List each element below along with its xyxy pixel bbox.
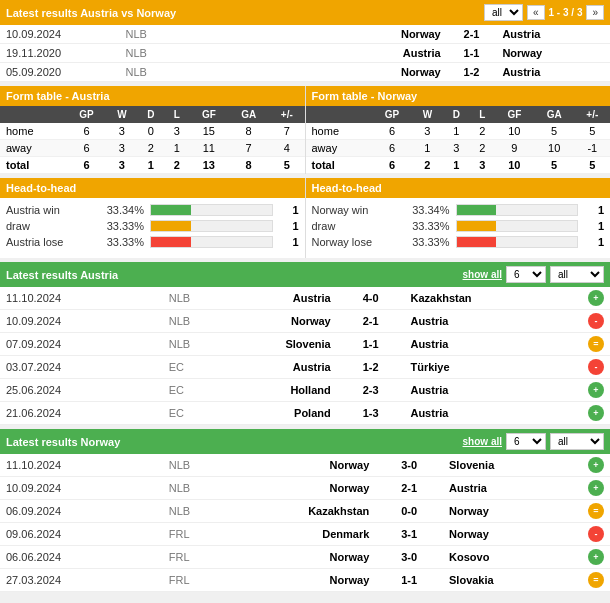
table-row: 10.09.2024 NLB Norway 2-1 Austria -	[0, 310, 610, 333]
match-date: 10.09.2024	[0, 25, 119, 44]
table-row: away 6 3 2 1 11 7 4	[0, 140, 305, 157]
lr-austria-filter-select[interactable]: allhomeaway	[550, 266, 604, 283]
h2h-bar	[456, 220, 579, 232]
h2h-controls: all « 1 - 3 / 3 »	[484, 4, 604, 21]
row-l: 2	[164, 157, 189, 174]
col-diff: +/-	[575, 106, 610, 123]
col-label	[0, 106, 67, 123]
match-home: Norway	[354, 63, 446, 82]
match-comp: FRL	[163, 546, 198, 569]
match-comp: NLB	[119, 25, 154, 44]
h2h-row-label: Austria lose	[6, 236, 96, 248]
result-icon-cell: +	[582, 287, 610, 310]
match-comp: NLB	[163, 333, 198, 356]
row-ga: 8	[228, 123, 269, 140]
h2h-row-label: draw	[312, 220, 402, 232]
match-date: 27.03.2024	[0, 569, 163, 592]
lr-austria-num-select[interactable]: 61020	[506, 266, 546, 283]
row-ga: 5	[534, 157, 575, 174]
lr-austria-header: Latest results Austria show all 61020 al…	[0, 262, 610, 287]
table-row: 03.07.2024 EC Austria 1-2 Türkiye -	[0, 356, 610, 379]
h2h-row: Norway win 33.34% 1	[312, 204, 605, 216]
col-ga: GA	[534, 106, 575, 123]
match-date: 06.09.2024	[0, 500, 163, 523]
result-icon: +	[588, 480, 604, 496]
table-row: away 6 1 3 2 9 10 -1	[306, 140, 611, 157]
row-w: 3	[106, 123, 137, 140]
match-score: 1-3	[337, 402, 405, 425]
result-icon-cell: -	[582, 523, 610, 546]
lr-norway-controls: show all 61020 allhomeaway	[463, 433, 604, 450]
h2h-bar-fill	[151, 237, 191, 247]
col-w: W	[106, 106, 137, 123]
h2h-row-pct: 33.33%	[408, 236, 450, 248]
lr-norway-table: 11.10.2024 NLB Norway 3-0 Slovenia + 10.…	[0, 454, 610, 592]
h2h-bar-fill	[457, 237, 497, 247]
h2h-row-count: 1	[584, 220, 604, 232]
lr-austria-show-all[interactable]: show all	[463, 269, 502, 280]
prev-page-button[interactable]: «	[527, 5, 545, 20]
match-date: 03.07.2024	[0, 356, 163, 379]
row-w: 3	[412, 123, 443, 140]
table-row: 11.10.2024 NLB Austria 4-0 Kazakhstan +	[0, 287, 610, 310]
table-row: home 6 3 0 3 15 8 7	[0, 123, 305, 140]
row-l: 2	[470, 123, 495, 140]
result-icon-cell: -	[582, 356, 610, 379]
col-gf: GF	[495, 106, 534, 123]
row-ga: 5	[534, 123, 575, 140]
match-home: Norway	[198, 454, 376, 477]
match-date: 11.10.2024	[0, 287, 163, 310]
match-score: 2-1	[375, 477, 443, 500]
row-gf: 11	[189, 140, 228, 157]
h2h-austria-section: Head-to-head Austria win 33.34% 1 draw 3…	[0, 178, 306, 258]
h2h-header: Latest results Austria vs Norway all « 1…	[0, 0, 610, 25]
all-filter-select[interactable]: all	[484, 4, 523, 21]
match-score: 3-0	[375, 546, 443, 569]
match-away: Austria	[404, 379, 582, 402]
row-w: 2	[412, 157, 443, 174]
form-austria-section: Form table - Austria GP W D L GF GA +/-	[0, 86, 306, 174]
h2h-row: Austria lose 33.33% 1	[6, 236, 299, 248]
h2h-row-label: Austria win	[6, 204, 96, 216]
match-away: Kazakhstan	[404, 287, 582, 310]
match-home: Holland	[198, 379, 337, 402]
h2h-row-count: 1	[279, 236, 299, 248]
match-score: 0-0	[375, 500, 443, 523]
col-d: D	[443, 106, 470, 123]
match-home: Denmark	[198, 523, 376, 546]
table-row: 06.09.2024 NLB Kazakhstan 0-0 Norway =	[0, 500, 610, 523]
col-l: L	[470, 106, 495, 123]
match-comp: NLB	[163, 454, 198, 477]
row-gf: 10	[495, 157, 534, 174]
match-score: 1-1	[375, 569, 443, 592]
lr-norway-header: Latest results Norway show all 61020 all…	[0, 429, 610, 454]
match-home: Austria	[354, 44, 446, 63]
match-away: Austria	[496, 63, 588, 82]
match-home: Norway	[198, 569, 376, 592]
row-d: 1	[443, 123, 470, 140]
lr-norway-show-all[interactable]: show all	[463, 436, 502, 447]
form-norway-title: Form table - Norway	[312, 90, 418, 102]
match-comp: NLB	[163, 500, 198, 523]
table-row: home 6 3 1 2 10 5 5	[306, 123, 611, 140]
next-page-button[interactable]: »	[586, 5, 604, 20]
row-l: 3	[470, 157, 495, 174]
form-norway-table: GP W D L GF GA +/- home 6 3 1 2 10 5 5 a	[306, 106, 611, 174]
h2h-row: draw 33.33% 1	[312, 220, 605, 232]
h2h-row: draw 33.33% 1	[6, 220, 299, 232]
row-gp: 6	[67, 123, 107, 140]
match-score: 3-0	[375, 454, 443, 477]
lr-norway-filter-select[interactable]: allhomeaway	[550, 433, 604, 450]
h2h-row-count: 1	[584, 204, 604, 216]
row-l: 1	[164, 140, 189, 157]
row-gf: 9	[495, 140, 534, 157]
match-home: Norway	[198, 477, 376, 500]
table-row: total 6 2 1 3 10 5 5	[306, 157, 611, 174]
match-away: Slovakia	[443, 569, 582, 592]
form-austria-table: GP W D L GF GA +/- home 6 3 0 3 15 8 7 a	[0, 106, 305, 174]
col-label	[306, 106, 373, 123]
row-ga: 8	[228, 157, 269, 174]
result-icon: -	[588, 313, 604, 329]
lr-norway-num-select[interactable]: 61020	[506, 433, 546, 450]
table-row: 10.09.2024 NLB Norway 2-1 Austria +	[0, 477, 610, 500]
